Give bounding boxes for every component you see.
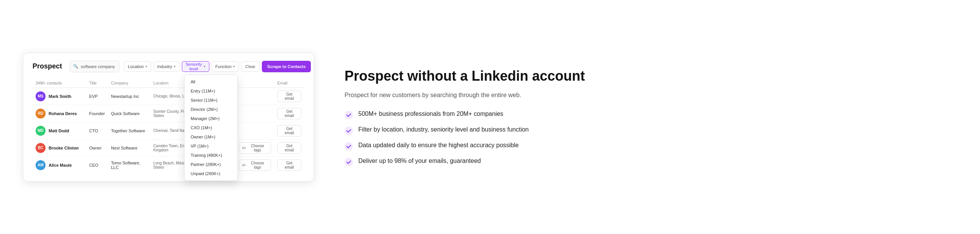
tag-icon: 🏷 xyxy=(242,146,246,150)
check-icon-3 xyxy=(345,142,353,151)
dropdown-item-entry[interactable]: Entry (11M+) xyxy=(185,86,237,96)
check-icon-1 xyxy=(345,111,353,119)
filter-industry[interactable]: Industry ▾ xyxy=(154,61,180,72)
contact-name: Alice Maule xyxy=(49,163,72,167)
contacts-table-wrap: 34M+ contacts Title Company Location Sta… xyxy=(33,78,304,174)
dropdown-item-all[interactable]: All xyxy=(185,77,237,86)
col-title: Title xyxy=(86,78,108,88)
contact-company: Next Software xyxy=(108,139,150,156)
col-company: Company xyxy=(108,78,150,88)
dropdown-item-unpaid[interactable]: Unpaid (260K+) xyxy=(185,169,237,178)
dropdown-item-training[interactable]: Training (480K+) xyxy=(185,151,237,160)
dropdown-item-cxo[interactable]: CXO (1M+) xyxy=(185,123,237,132)
table-row: BC Brooke Clinton OwnerNext SoftwareCamd… xyxy=(33,139,304,156)
contact-tags xyxy=(236,122,274,139)
get-email-button[interactable]: Get email xyxy=(277,142,301,154)
feature-text-1: 500M+ business professionals from 20M+ c… xyxy=(358,110,503,117)
contact-cell: MS Mark Smith xyxy=(36,91,83,101)
dropdown-item-manager[interactable]: Manager (2M+) xyxy=(185,114,237,123)
col-tags xyxy=(236,78,274,88)
contact-company: Quick Software xyxy=(108,105,150,122)
svg-point-2 xyxy=(345,142,353,151)
search-input[interactable] xyxy=(81,64,119,69)
prospect-panel: Prospect 🔍 Location ▾ Industry ▾ Seniori… xyxy=(23,53,314,182)
search-icon: 🔍 xyxy=(73,64,78,69)
contact-title: CTO xyxy=(86,122,108,139)
table-row: MD Matt Dodd CTOTogether SoftwareChennai… xyxy=(33,122,304,139)
dropdown-item-director[interactable]: Director (2M+) xyxy=(185,105,237,114)
contact-cell: RD Rohana Deres xyxy=(36,109,83,119)
contact-tags xyxy=(236,105,274,122)
filter-location[interactable]: Location ▾ xyxy=(124,61,151,72)
clear-button[interactable]: Clear xyxy=(241,61,260,72)
svg-point-1 xyxy=(345,127,353,135)
get-email-button[interactable]: Get email xyxy=(277,91,301,102)
scrape-button[interactable]: Scrape to Contacts xyxy=(262,61,311,72)
chevron-down-icon: ▾ xyxy=(233,65,235,68)
get-email-button[interactable]: Get email xyxy=(277,108,301,119)
dropdown-item-owner[interactable]: Owner (1M+) xyxy=(185,132,237,141)
check-icon-2 xyxy=(345,127,353,135)
get-email-button[interactable]: Get email xyxy=(277,159,301,171)
feature-text-3: Data updated daily to ensure the highest… xyxy=(358,142,519,149)
contact-title: Owner xyxy=(86,139,108,156)
contact-company: Together Software xyxy=(108,122,150,139)
dropdown-item-vp[interactable]: VP (1M+) xyxy=(185,141,237,151)
contact-email: Get email xyxy=(274,105,304,122)
table-row: RD Rohana Deres FounderQuick SoftwareSum… xyxy=(33,105,304,122)
chevron-down-icon: ▾ xyxy=(145,65,147,68)
contact-name: Mark Smith xyxy=(49,94,71,99)
contact-name: Rohana Deres xyxy=(49,111,77,116)
col-contacts: 34M+ contacts xyxy=(33,78,86,88)
dropdown-item-senior[interactable]: Senior (11M+) xyxy=(185,96,237,105)
avatar: RD xyxy=(36,109,46,119)
contact-title: Founder xyxy=(86,105,108,122)
right-subtitle: Prospect for new customers by searching … xyxy=(345,91,957,100)
feature-text-2: Filter by location, industry, seniority … xyxy=(358,126,529,133)
contact-cell: AM Alice Maule xyxy=(36,160,83,170)
avatar: BC xyxy=(36,143,46,153)
contact-email: Get email xyxy=(274,139,304,156)
contact-title: CEO xyxy=(86,156,108,174)
filter-seniority[interactable]: Seniority level ▾ xyxy=(182,61,209,72)
tag-icon: 🏷 xyxy=(242,163,246,167)
prospect-header: Prospect 🔍 Location ▾ Industry ▾ Seniori… xyxy=(33,61,304,72)
contact-tags: 🏷 Choose tags xyxy=(236,156,274,174)
choose-tags-button[interactable]: 🏷 Choose tags xyxy=(239,142,271,154)
check-icon-4 xyxy=(345,158,353,166)
chevron-down-icon: ▾ xyxy=(204,65,206,68)
feature-item-3: Data updated daily to ensure the highest… xyxy=(345,142,957,151)
filter-bar: Location ▾ Industry ▾ Seniority level ▾ … xyxy=(124,61,311,72)
chevron-down-icon: ▾ xyxy=(174,65,176,68)
right-title: Prospect without a Linkedin account xyxy=(345,68,957,84)
seniority-dropdown: All Entry (11M+) Senior (11M+) Director … xyxy=(184,75,238,181)
dropdown-item-partner[interactable]: Partner (280K+) xyxy=(185,160,237,169)
feature-item-4: Deliver up to 98% of your emails, guaran… xyxy=(345,158,957,166)
avatar: MS xyxy=(36,91,46,101)
table-row: AM Alice Maule CEOTomo Software, LLCLong… xyxy=(33,156,304,174)
avatar: AM xyxy=(36,160,46,170)
contact-company: Newstartup Inc xyxy=(108,88,150,105)
choose-tags-button[interactable]: 🏷 Choose tags xyxy=(239,159,271,171)
page-title: Prospect xyxy=(33,62,62,70)
right-panel: Prospect without a Linkedin account Pros… xyxy=(345,60,957,174)
contact-email: Get email xyxy=(274,156,304,174)
svg-point-3 xyxy=(345,158,353,166)
contact-title: EVP xyxy=(86,88,108,105)
col-email: Email xyxy=(274,78,304,88)
feature-list: 500M+ business professionals from 20M+ c… xyxy=(345,110,957,166)
contact-tags: 🏷 Choose tags xyxy=(236,139,274,156)
feature-item-1: 500M+ business professionals from 20M+ c… xyxy=(345,110,957,119)
get-email-button[interactable]: Get email xyxy=(277,125,301,136)
svg-point-0 xyxy=(345,111,353,119)
avatar: MD xyxy=(36,126,46,136)
filter-function[interactable]: Function ▾ xyxy=(212,61,239,72)
contact-cell: MD Matt Dodd xyxy=(36,126,83,136)
contact-name: Matt Dodd xyxy=(49,128,69,133)
contact-email: Get email xyxy=(274,88,304,105)
feature-item-2: Filter by location, industry, seniority … xyxy=(345,126,957,135)
contact-name: Brooke Clinton xyxy=(49,146,79,150)
contacts-table: 34M+ contacts Title Company Location Sta… xyxy=(33,78,304,174)
feature-text-4: Deliver up to 98% of your emails, guaran… xyxy=(358,158,481,164)
search-box[interactable]: 🔍 xyxy=(70,61,119,72)
